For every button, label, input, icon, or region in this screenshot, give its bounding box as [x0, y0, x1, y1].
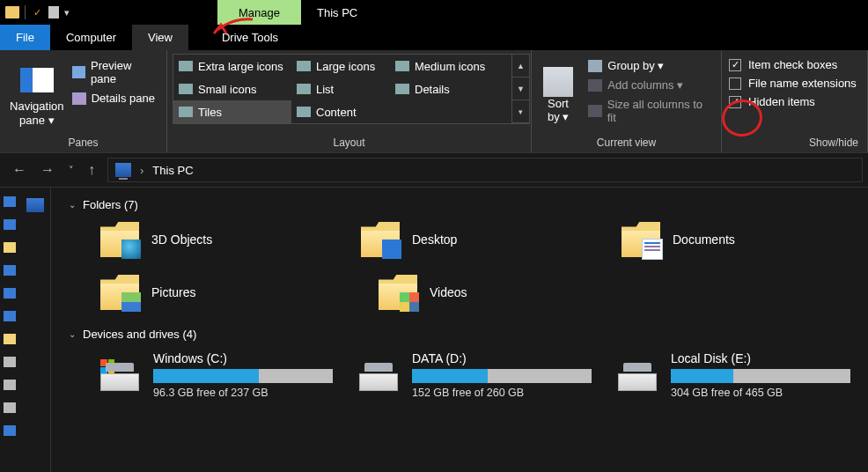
layout-icon: [297, 61, 311, 71]
pc-icon: [115, 163, 131, 177]
drive-icon: [618, 359, 657, 391]
preview-pane-icon: [72, 66, 85, 78]
folder-icon: [361, 222, 400, 257]
layout-small-icons[interactable]: Small icons: [173, 77, 291, 100]
size-columns-icon: [588, 105, 601, 117]
tab-drive-tools[interactable]: Drive Tools: [210, 25, 291, 50]
address-bar[interactable]: › This PC: [107, 158, 863, 182]
qat-folder-icon[interactable]: [5, 6, 19, 18]
tree-item-icon[interactable]: [4, 402, 16, 413]
folder-desktop[interactable]: Desktop: [361, 222, 590, 257]
qat-customize-icon[interactable]: ▾: [64, 7, 70, 18]
svg-rect-1: [20, 68, 33, 92]
layout-gallery[interactable]: Extra large iconsLarge iconsMedium icons…: [173, 54, 530, 124]
pc-icon[interactable]: [26, 198, 44, 212]
folder-videos[interactable]: Videos: [379, 275, 625, 310]
add-columns-button[interactable]: Add columns ▾: [585, 77, 714, 93]
hidden-items-toggle[interactable]: Hidden items: [727, 92, 862, 111]
layout-large-icons[interactable]: Large icons: [291, 55, 390, 77]
qat-newfolder-icon[interactable]: [48, 6, 59, 18]
chevron-down-icon: ⌄: [69, 329, 76, 339]
tree-item-icon[interactable]: [4, 357, 16, 367]
layout-details[interactable]: Details: [390, 77, 511, 100]
chevron-right-icon: ›: [140, 164, 143, 177]
gallery-scroll[interactable]: ▲▼▾: [511, 55, 529, 123]
tree-item-icon[interactable]: [4, 288, 16, 299]
layout-icon: [297, 107, 311, 117]
forward-button[interactable]: →: [40, 162, 55, 178]
capacity-bar: [671, 369, 850, 383]
back-button[interactable]: ←: [12, 162, 26, 178]
tree-item-icon[interactable]: [4, 196, 16, 207]
group-panes-label: Panes: [0, 136, 166, 152]
tab-view[interactable]: View: [132, 25, 188, 50]
layout-icon: [179, 84, 193, 94]
layout-extra-large-icons[interactable]: Extra large icons: [173, 55, 291, 77]
folder-icon: [379, 275, 417, 310]
group-layout-label: Layout: [167, 136, 531, 152]
layout-tiles[interactable]: Tiles: [173, 100, 291, 123]
recent-locations-button[interactable]: ˅: [69, 165, 74, 176]
layout-icon: [179, 107, 193, 117]
folder-documents[interactable]: Documents: [622, 222, 850, 257]
navigation-pane-icon: [17, 63, 57, 98]
drives-section-header[interactable]: ⌄ Devices and drives (4): [69, 328, 850, 341]
chevron-down-icon: ⌄: [69, 200, 76, 210]
group-by-icon: [588, 60, 602, 72]
drive-icon: [359, 359, 398, 391]
checkbox-icon: [729, 77, 741, 90]
tree-item-icon[interactable]: [4, 334, 16, 344]
tree-item-icon[interactable]: [4, 242, 16, 253]
qat-properties-icon[interactable]: ✓: [31, 6, 43, 18]
folder-pictures[interactable]: Pictures: [100, 275, 347, 310]
tab-file[interactable]: File: [0, 25, 50, 50]
sort-by-button[interactable]: Sort by ▾: [539, 54, 577, 136]
file-name-extensions-toggle[interactable]: File name extensions: [727, 74, 862, 92]
sort-icon: [543, 67, 573, 97]
tree-item-icon[interactable]: [4, 219, 16, 230]
folder-3d-objects[interactable]: 3D Objects: [100, 222, 329, 257]
layout-list[interactable]: List: [291, 77, 390, 100]
layout-icon: [297, 84, 311, 94]
drive-local-disk-e-[interactable]: Local Disk (E:)304 GB free of 465 GB: [618, 351, 850, 399]
contextual-manage-tab[interactable]: Manage: [217, 0, 301, 25]
capacity-bar: [153, 369, 333, 383]
preview-pane-button[interactable]: Preview pane: [69, 57, 161, 87]
tab-computer[interactable]: Computer: [50, 25, 132, 50]
group-by-button[interactable]: Group by ▾: [585, 57, 714, 74]
navigation-pane-button[interactable]: Navigation pane ▾: [5, 54, 69, 136]
breadcrumb-this-pc[interactable]: This PC: [152, 164, 193, 177]
drive-windows-c-[interactable]: Windows (C:)96.3 GB free of 237 GB: [100, 351, 333, 399]
item-check-boxes-toggle[interactable]: Item check boxes: [727, 55, 862, 74]
folder-icon: [100, 222, 139, 257]
add-columns-icon: [588, 79, 602, 92]
details-pane-button[interactable]: Details pane: [69, 90, 161, 107]
tree-item-icon[interactable]: [4, 265, 16, 276]
details-pane-icon: [72, 92, 86, 105]
layout-icon: [179, 61, 193, 71]
up-button[interactable]: ↑: [88, 162, 95, 178]
layout-icon: [395, 84, 409, 94]
group-showhide-label: Show/hide: [722, 136, 867, 152]
tree-item-icon[interactable]: [4, 311, 16, 321]
checkbox-icon: [729, 96, 741, 108]
folders-section-header[interactable]: ⌄ Folders (7): [69, 198, 850, 211]
drive-icon: [100, 359, 139, 391]
capacity-bar: [412, 369, 592, 383]
tree-item-icon[interactable]: [4, 425, 16, 436]
layout-medium-icons[interactable]: Medium icons: [390, 55, 511, 77]
window-title: This PC: [301, 0, 373, 25]
checkbox-icon: [729, 59, 741, 71]
tree-item-icon[interactable]: [4, 380, 16, 390]
folder-icon: [622, 222, 660, 257]
layout-icon: [395, 61, 409, 71]
layout-content[interactable]: Content: [291, 100, 390, 123]
group-currentview-label: Current view: [532, 136, 721, 152]
folder-icon: [100, 275, 139, 310]
size-columns-button[interactable]: Size all columns to fit: [585, 96, 714, 126]
nav-tree[interactable]: [0, 188, 51, 472]
drive-data-d-[interactable]: DATA (D:)152 GB free of 260 GB: [359, 351, 592, 399]
